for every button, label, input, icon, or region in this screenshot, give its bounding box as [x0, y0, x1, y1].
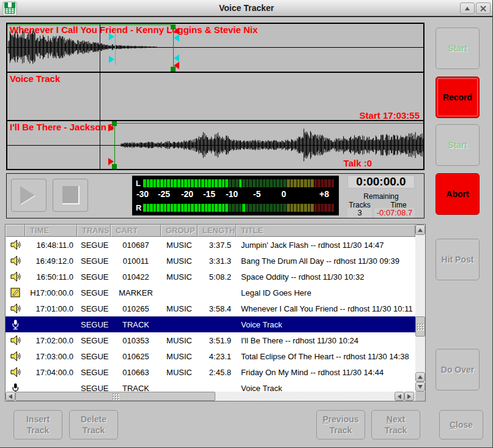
table-row[interactable]: 16:50:11.0 SEGUE 010422 MUSIC 5:08.2 Spa… [6, 269, 415, 285]
row-cart: 010011 [111, 256, 161, 266]
row-cart: 010353 [111, 336, 161, 345]
table-row[interactable]: SEGUE TRACK Voice Track [6, 380, 415, 392]
speaker-icon [10, 303, 21, 314]
table-row[interactable]: 16:48:11.0 SEGUE 010687 MUSIC 3:37.5 Jum… [6, 237, 415, 253]
hit-post-button[interactable]: Hit Post [436, 239, 480, 280]
track1-start-rule [7, 24, 173, 25]
log-table-header: TIME TRANS CART GROUP LENGTH TITLE [6, 225, 415, 237]
row-time: 17:03:00.0 [25, 352, 77, 361]
hscroll-left2-button[interactable] [395, 392, 404, 401]
table-row[interactable]: 17:03:00.0 SEGUE 010625 MUSIC 4:23.1 Tot… [6, 348, 415, 364]
col-header-time[interactable]: TIME [25, 225, 77, 237]
microphone-icon [10, 383, 21, 392]
close-label: Close [450, 419, 473, 430]
shade-window-button[interactable] [460, 2, 475, 14]
record-button[interactable]: Record [436, 77, 480, 118]
col-header-group[interactable]: GROUP [161, 225, 198, 237]
table-row[interactable]: 16:49:12.0 SEGUE 010011 MUSIC 3:31.3 Ban… [6, 253, 415, 269]
start-track1-button[interactable]: Start [436, 28, 480, 69]
row-type-icon [6, 239, 25, 250]
row-type-icon [6, 335, 25, 346]
window-title: Voice Tracker [0, 3, 493, 13]
start-track3-button[interactable]: Start [436, 124, 480, 166]
track1-segue-marker-top-icon[interactable] [174, 34, 179, 42]
track3-talk-label: Talk :0 [344, 158, 372, 168]
up-arrow-icon [418, 228, 423, 232]
col-header-length[interactable]: LENGTH [198, 225, 236, 237]
meter-scale-label: -30 [136, 189, 149, 199]
do-over-label: Do Over [441, 364, 474, 375]
remaining-tracks-value: 3 [347, 208, 372, 218]
start-track3-label: Start [448, 140, 467, 151]
vscroll-thumb[interactable] [415, 316, 425, 337]
row-transition: SEGUE [77, 256, 111, 266]
row-length: 3:58.4 [198, 304, 236, 313]
row-type-icon [6, 271, 25, 282]
right-arrow-icon [407, 394, 411, 399]
track1-segue-marker-bottom-icon[interactable] [174, 54, 179, 62]
vscroll-up-button[interactable] [415, 225, 425, 235]
row-group: MUSIC [161, 256, 198, 266]
hscroll-thumb[interactable] [15, 392, 215, 401]
up-arrow-icon [418, 375, 423, 379]
meter-scale-label: -15 [203, 189, 215, 199]
row-title: Total Eclipse Of The Heart -- rdhost 11/… [236, 352, 415, 361]
titlebar[interactable]: Voice Tracker [0, 0, 493, 17]
thumb-grip [112, 393, 119, 400]
vscroll-down-button[interactable] [415, 382, 425, 392]
previous-track-button[interactable]: PreviousTrack [316, 410, 365, 439]
meter-scale-label: -5 [253, 189, 261, 199]
row-type-icon [6, 319, 25, 330]
row-length: 3:37.5 [198, 241, 236, 250]
table-row[interactable]: H17:00:00.0 SEGUE MARKER Legal ID Goes H… [6, 285, 415, 301]
row-group: MUSIC [161, 241, 198, 250]
track3-start-marker-line[interactable] [114, 121, 115, 168]
left-arrow-icon [398, 394, 401, 399]
row-transition: SEGUE [77, 241, 111, 250]
row-time: 17:02:00.0 [25, 336, 77, 345]
delete-track-button[interactable]: DeleteTrack [69, 410, 118, 439]
hscroll-right-button[interactable] [404, 392, 414, 401]
remaining-time-value: -0:07:08.7 [374, 208, 415, 218]
insert-track-button[interactable]: InsertTrack [13, 410, 62, 439]
log-rows: 16:48:11.0 SEGUE 010687 MUSIC 3:37.5 Jum… [6, 237, 415, 392]
previous-track-label: PreviousTrack [322, 414, 358, 436]
stop-button[interactable] [53, 179, 88, 212]
track3-fade-marker-bottom-icon[interactable] [108, 158, 114, 165]
next-track-button[interactable]: NextTrack [371, 410, 420, 439]
meter-bar-left [143, 179, 334, 187]
do-over-button[interactable]: Do Over [436, 349, 480, 390]
table-row[interactable]: SEGUE TRACK Voice Track [6, 316, 415, 332]
row-time: 16:48:11.0 [25, 241, 77, 250]
col-header-trans[interactable]: TRANS [77, 225, 111, 237]
row-title: Voice Track [236, 384, 415, 392]
close-window-button[interactable] [476, 2, 491, 14]
vscroll-up2-button[interactable] [415, 372, 425, 382]
row-cart: 010625 [111, 352, 161, 361]
col-header-cart[interactable]: CART [111, 225, 161, 237]
track2-start-marker-top-icon[interactable] [109, 33, 114, 40]
track2-start-marker-line[interactable] [115, 29, 116, 65]
row-type-icon [6, 383, 25, 392]
track3-start-rule [114, 123, 423, 124]
table-row[interactable]: 17:02:00.0 SEGUE 010353 MUSIC 3:51.9 I'l… [6, 332, 415, 348]
track2-start-marker-bottom-icon[interactable] [109, 56, 114, 63]
table-row[interactable]: 17:04:00.0 SEGUE 010663 MUSIC 2:45.8 Fri… [6, 364, 415, 380]
col-header-icon[interactable] [6, 225, 25, 237]
vscroll-track[interactable] [415, 235, 425, 372]
play-button[interactable] [11, 179, 46, 212]
insert-track-label: InsertTrack [26, 414, 50, 436]
close-button[interactable]: Close [439, 410, 483, 439]
table-row[interactable]: 17:01:00.0 SEGUE 010265 MUSIC 3:58.4 Whe… [6, 301, 415, 316]
hscroll-left-button[interactable] [6, 392, 15, 401]
col-header-title[interactable]: TITLE [236, 225, 415, 237]
abort-button[interactable]: Abort [436, 173, 480, 215]
track1-fade-marker-bottom-icon[interactable] [174, 62, 179, 69]
shade-icon [465, 7, 470, 10]
rivendell-app-icon [2, 1, 17, 16]
down-arrow-icon [418, 385, 423, 389]
row-time: 17:04:00.0 [25, 368, 77, 377]
track2-start-time-label: Start 17:03:55 [360, 110, 420, 121]
track3-fade-marker-top-icon[interactable] [108, 124, 114, 132]
delete-track-label: DeleteTrack [81, 414, 106, 436]
